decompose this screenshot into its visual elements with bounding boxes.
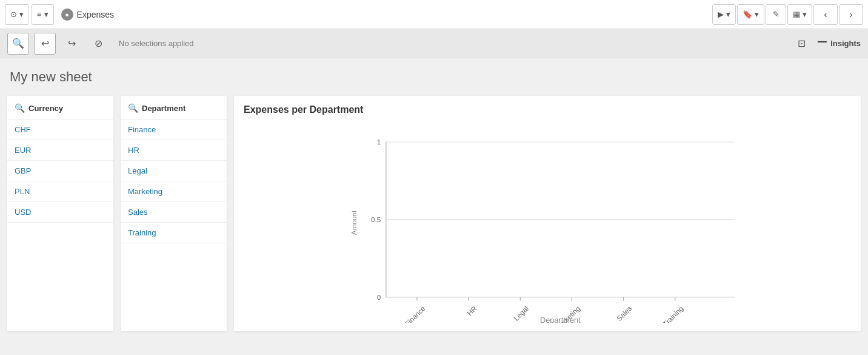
insights-button[interactable]: 𝍠 Insights (817, 37, 861, 50)
chart-container: 1 0.5 0 Amount Finance HR Legal Marketin… (244, 123, 851, 323)
x-label-sales: Sales (615, 304, 633, 322)
department-search-icon: 🔍 (128, 103, 138, 113)
department-filter-item-3[interactable]: Marketing (121, 181, 227, 202)
x-axis-title: Department (540, 316, 581, 323)
department-filter-header: 🔍 Department (121, 96, 227, 120)
currency-filter-item-4[interactable]: USD (7, 202, 113, 223)
department-filter-item-4[interactable]: Sales (121, 202, 227, 223)
forward-icon: ↪ (68, 38, 76, 49)
search-selection-button[interactable]: 🔍 (7, 33, 29, 55)
x-label-finance: Finance (403, 304, 427, 323)
smart-search-icon: ⊡ (798, 38, 806, 49)
department-filter-title: Department (142, 104, 185, 113)
x-label-hr: HR (466, 304, 478, 317)
x-label-legal: Legal (512, 304, 530, 322)
toolbar-left: ⊙ ▾ ≡ ▾ ● Expenses (5, 4, 712, 25)
list-button[interactable]: ≡ ▾ (32, 4, 54, 25)
currency-filter-panel: 🔍 Currency CHF EUR GBP PLN USD (7, 96, 113, 331)
list-chevron: ▾ (44, 10, 48, 19)
back-icon: ↩ (41, 38, 49, 49)
top-toolbar: ⊙ ▾ ≡ ▾ ● Expenses ▶ ▾ 🔖 ▾ ✎ ▦ ▾ ‹ (0, 0, 868, 29)
department-filter-item-0[interactable]: Finance (121, 120, 227, 140)
chart-icon: ▦ (793, 10, 800, 19)
no-selections-text: No selections applied (119, 39, 786, 48)
sheet-title: My new sheet (10, 69, 858, 85)
sheet-title-area: My new sheet (0, 58, 868, 91)
app-title: Expenses (77, 10, 114, 19)
x-label-training: Training (661, 304, 685, 323)
home-button[interactable]: ⊙ ▾ (5, 4, 29, 25)
currency-filter-item-3[interactable]: PLN (7, 181, 113, 202)
department-filter-item-2[interactable]: Legal (121, 161, 227, 181)
clear-icon: ⊘ (95, 38, 102, 49)
home-chevron: ▾ (19, 10, 24, 19)
list-icon: ≡ (37, 10, 42, 19)
nav-back-button[interactable]: ‹ (813, 4, 838, 25)
currency-filter-item-2[interactable]: GBP (7, 161, 113, 181)
present-chevron: ▾ (726, 10, 730, 19)
bookmark-chevron: ▾ (755, 10, 759, 19)
currency-filter-title: Currency (28, 104, 63, 113)
pencil-icon: ✎ (773, 10, 780, 19)
chart-type-button[interactable]: ▦ ▾ (787, 4, 812, 25)
selection-bar: 🔍 ↩ ↪ ⊘ No selections applied ⊡ 𝍠 Insigh… (0, 29, 868, 58)
chevron-right-icon: › (849, 9, 852, 20)
y-tick-1: 1 (377, 138, 381, 146)
department-filter-panel: 🔍 Department Finance HR Legal Marketing … (121, 96, 227, 331)
home-icon: ⊙ (10, 10, 17, 19)
y-axis-title: Amount (350, 210, 358, 235)
insights-icon: 𝍠 (817, 37, 827, 50)
chart-chevron: ▾ (803, 10, 807, 19)
forward-selection-button[interactable]: ↪ (61, 33, 82, 55)
currency-search-icon: 🔍 (15, 103, 25, 113)
back-selection-button[interactable]: ↩ (34, 33, 56, 55)
smart-search-button[interactable]: ⊡ (790, 33, 812, 55)
main-content: 🔍 Currency CHF EUR GBP PLN USD 🔍 Departm… (0, 91, 868, 336)
insights-label: Insights (830, 39, 861, 48)
app-icon: ● (61, 8, 73, 21)
edit-button[interactable]: ✎ (766, 4, 786, 25)
present-button[interactable]: ▶ ▾ (712, 4, 736, 25)
chart-panel: Expenses per Department 1 0.5 0 Amount (234, 96, 861, 331)
present-icon: ▶ (718, 10, 724, 19)
currency-filter-item-0[interactable]: CHF (7, 120, 113, 140)
currency-filter-item-1[interactable]: EUR (7, 140, 113, 161)
currency-filter-header: 🔍 Currency (7, 96, 113, 120)
app-name-area: ● Expenses (61, 8, 114, 21)
department-filter-item-1[interactable]: HR (121, 140, 227, 161)
chevron-left-icon: ‹ (824, 9, 827, 20)
department-filter-item-5[interactable]: Training (121, 223, 227, 243)
bookmark-button[interactable]: 🔖 ▾ (737, 4, 764, 25)
chart-title: Expenses per Department (244, 104, 851, 115)
bookmark-icon: 🔖 (743, 10, 752, 19)
search-icon: 🔍 (12, 38, 24, 49)
toolbar-right: ▶ ▾ 🔖 ▾ ✎ ▦ ▾ ‹ › (712, 4, 863, 25)
nav-forward-button[interactable]: › (839, 4, 863, 25)
y-tick-0: 0 (377, 293, 381, 301)
chart-svg: 1 0.5 0 Amount Finance HR Legal Marketin… (244, 123, 851, 323)
clear-selection-button[interactable]: ⊘ (87, 33, 109, 55)
y-tick-05: 0.5 (371, 215, 381, 223)
